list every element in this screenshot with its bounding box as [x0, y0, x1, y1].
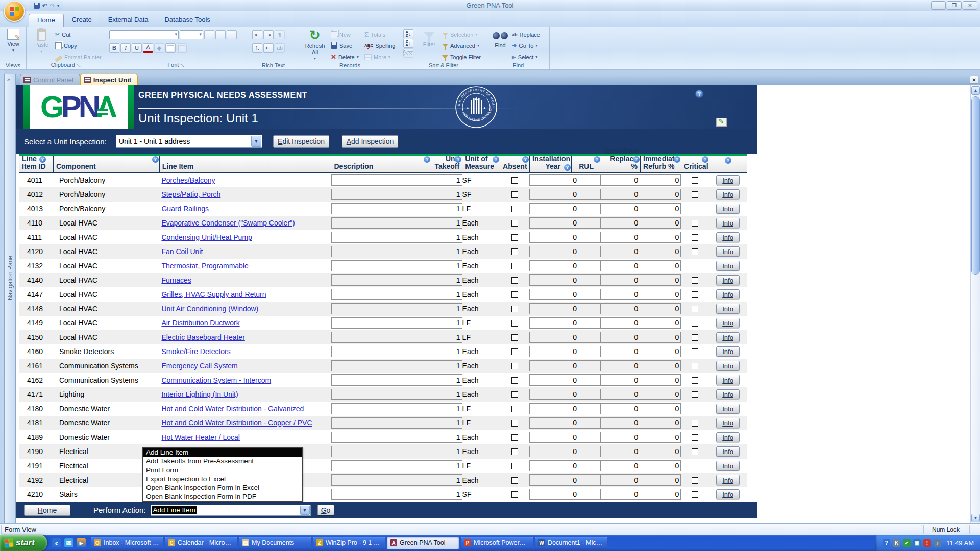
- help-icon[interactable]: [594, 156, 600, 163]
- info-button[interactable]: Info: [716, 389, 740, 399]
- installation-year-input[interactable]: [529, 217, 571, 229]
- immediate-replace-input[interactable]: 0: [600, 417, 640, 429]
- tab-home[interactable]: Home: [29, 14, 64, 27]
- installation-year-input[interactable]: [529, 474, 571, 486]
- unit-takeoff-input[interactable]: 1: [431, 360, 462, 371]
- immediate-refurb-input[interactable]: 0: [640, 303, 681, 314]
- absent-checkbox[interactable]: [511, 220, 518, 227]
- rul-input[interactable]: 0: [571, 332, 601, 343]
- unit-takeoff-input[interactable]: 1: [431, 246, 462, 257]
- taskbar-window-button[interactable]: O Inbox - Microsoft Out...: [91, 537, 163, 549]
- unit-takeoff-input[interactable]: 1: [431, 489, 462, 500]
- toggle-filter-button[interactable]: Toggle Filter: [442, 52, 481, 62]
- column-header-unit-takeoff[interactable]: UnitTakeoff: [431, 156, 462, 172]
- rul-input[interactable]: 0: [571, 303, 601, 314]
- line-item-link[interactable]: Hot and Cold Water Distribution - Copper…: [161, 419, 312, 427]
- save-record-button[interactable]: Save: [331, 40, 352, 51]
- tab-external-data[interactable]: External Data: [100, 14, 157, 27]
- description-input[interactable]: [331, 203, 431, 214]
- installation-year-input[interactable]: [529, 189, 571, 200]
- taskbar-window-button[interactable]: ▤ My Documents: [239, 537, 311, 549]
- immediate-replace-input[interactable]: 0: [600, 389, 640, 400]
- scroll-up-icon[interactable]: ▲: [971, 86, 980, 95]
- critical-checkbox[interactable]: [692, 234, 698, 241]
- alternate-fill-button[interactable]: [177, 43, 187, 53]
- absent-checkbox[interactable]: [511, 191, 518, 198]
- dropdown-arrow-icon[interactable]: ▼: [300, 506, 310, 515]
- description-input[interactable]: [331, 189, 431, 200]
- absent-checkbox[interactable]: [511, 320, 518, 327]
- description-input[interactable]: [331, 474, 431, 486]
- critical-checkbox[interactable]: [692, 434, 698, 441]
- immediate-replace-input[interactable]: 0: [600, 274, 640, 286]
- unit-takeoff-input[interactable]: 1: [431, 332, 462, 343]
- close-document-icon[interactable]: ✕: [970, 76, 978, 84]
- help-icon[interactable]: [424, 156, 430, 163]
- installation-year-input[interactable]: [529, 332, 571, 343]
- immediate-refurb-input[interactable]: 0: [640, 432, 681, 443]
- absent-checkbox[interactable]: [511, 477, 518, 484]
- line-item-link[interactable]: Evaporative Condenser ("Swamp Cooler"): [161, 219, 295, 227]
- description-input[interactable]: [331, 432, 431, 443]
- description-input[interactable]: [331, 232, 431, 243]
- help-icon[interactable]: [493, 156, 499, 163]
- installation-year-input[interactable]: [529, 346, 571, 357]
- line-item-link[interactable]: Emergency Call System: [161, 362, 237, 370]
- immediate-replace-input[interactable]: 0: [600, 289, 640, 300]
- absent-checkbox[interactable]: [511, 463, 518, 469]
- installation-year-input[interactable]: [529, 360, 571, 371]
- immediate-refurb-input[interactable]: 0: [640, 317, 681, 329]
- description-input[interactable]: [331, 346, 431, 357]
- description-input[interactable]: [331, 317, 431, 329]
- gridlines-button[interactable]: [165, 43, 176, 53]
- immediate-replace-input[interactable]: 0: [600, 446, 640, 457]
- info-button[interactable]: Info: [716, 332, 740, 342]
- line-item-link[interactable]: Fan Coil Unit: [161, 247, 203, 256]
- info-button[interactable]: Info: [716, 418, 740, 428]
- description-input[interactable]: [331, 374, 431, 386]
- line-item-link[interactable]: Steps/Patio, Porch: [161, 190, 220, 198]
- tab-inspect-unit[interactable]: Inspect Unit: [80, 74, 138, 85]
- line-item-link[interactable]: Communication System - Intercom: [161, 376, 271, 384]
- absent-checkbox[interactable]: [511, 334, 518, 341]
- home-button[interactable]: Home: [24, 505, 70, 516]
- immediate-replace-input[interactable]: 0: [600, 374, 640, 386]
- absent-checkbox[interactable]: [511, 406, 518, 412]
- immediate-refurb-input[interactable]: 0: [640, 274, 681, 286]
- tray-icon[interactable]: ▣: [913, 539, 921, 547]
- immediate-refurb-input[interactable]: 0: [640, 460, 681, 471]
- immediate-refurb-input[interactable]: 0: [640, 474, 681, 486]
- installation-year-input[interactable]: [529, 274, 571, 286]
- bold-button[interactable]: B: [109, 43, 119, 53]
- description-input[interactable]: [331, 389, 431, 400]
- installation-year-input[interactable]: [529, 174, 571, 186]
- absent-checkbox[interactable]: [511, 377, 518, 384]
- info-button[interactable]: Info: [716, 489, 740, 499]
- close-button[interactable]: ✕: [963, 1, 977, 10]
- info-button[interactable]: Info: [716, 175, 740, 185]
- info-button[interactable]: Info: [716, 404, 740, 414]
- help-icon[interactable]: [39, 156, 46, 163]
- line-item-link[interactable]: Grilles, HVAC Supply and Return: [161, 290, 266, 298]
- font-color-button[interactable]: A: [143, 43, 153, 53]
- info-button[interactable]: Info: [716, 361, 740, 371]
- align-right-button[interactable]: ≡: [227, 30, 237, 39]
- critical-checkbox[interactable]: [692, 291, 698, 298]
- taskbar-window-button[interactable]: Z WinZip Pro - 9 1 2011...: [313, 537, 385, 549]
- rul-input[interactable]: 0: [571, 217, 601, 229]
- column-header-line-item[interactable]: Line Item: [160, 156, 332, 172]
- unit-takeoff-input[interactable]: 1: [431, 403, 462, 414]
- immediate-replace-input[interactable]: 0: [600, 489, 640, 500]
- menu-item[interactable]: Add Takeoffs from Pre-Assessment: [143, 457, 302, 465]
- immediate-refurb-input[interactable]: 0: [640, 260, 681, 271]
- critical-checkbox[interactable]: [692, 420, 698, 427]
- unit-takeoff-input[interactable]: 1: [431, 460, 462, 471]
- installation-year-input[interactable]: [529, 303, 571, 314]
- critical-checkbox[interactable]: [692, 448, 698, 455]
- align-center-button[interactable]: ≡: [215, 30, 226, 39]
- description-input[interactable]: [331, 217, 431, 229]
- rul-input[interactable]: 0: [571, 232, 601, 243]
- line-item-link[interactable]: Condensing Unit/Heat Pump: [161, 233, 252, 241]
- rul-input[interactable]: 0: [571, 403, 601, 414]
- immediate-replace-input[interactable]: 0: [600, 189, 640, 200]
